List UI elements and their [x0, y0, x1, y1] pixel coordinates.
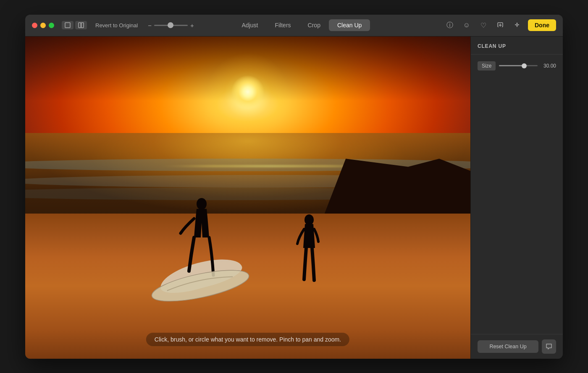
heart-button[interactable]: ♡: [478, 19, 489, 31]
right-panel: CLEAN UP Size 30.00 Reset Clean Up: [470, 37, 563, 359]
size-slider-track: [499, 65, 522, 66]
panel-header: CLEAN UP: [471, 37, 563, 55]
beach-image: Click, brush, or circle what you want to…: [25, 37, 470, 359]
close-button[interactable]: [32, 23, 37, 28]
svg-point-8: [304, 214, 314, 225]
maximize-button[interactable]: [49, 23, 54, 28]
figure-man: [292, 212, 326, 288]
size-slider[interactable]: [499, 65, 538, 66]
traffic-lights: [32, 23, 54, 28]
tab-filters[interactable]: Filters: [266, 19, 299, 31]
panel-footer: Reset Clean Up: [471, 334, 563, 359]
view-split-button[interactable]: [75, 21, 87, 29]
svg-point-5: [197, 198, 207, 210]
minimize-button[interactable]: [40, 23, 46, 28]
titlebar: Revert to Original − + Adjust Filters Cr…: [25, 15, 563, 37]
zoom-slider[interactable]: [154, 25, 188, 26]
zoom-controls: − +: [148, 22, 194, 29]
instruction-text: Click, brush, or circle what you want to…: [146, 333, 349, 346]
zoom-in-button[interactable]: +: [190, 22, 194, 29]
size-value: 30.00: [541, 63, 556, 69]
image-area[interactable]: Click, brush, or circle what you want to…: [25, 37, 470, 359]
share-button[interactable]: [494, 19, 506, 31]
titlebar-right-controls: ⓘ ☺ ♡ Done: [444, 19, 556, 31]
face-button[interactable]: ☺: [461, 19, 472, 31]
svg-rect-2: [81, 23, 84, 28]
view-single-button[interactable]: [62, 21, 74, 29]
svg-rect-1: [79, 23, 81, 28]
reset-cleanup-button[interactable]: Reset Clean Up: [478, 340, 538, 353]
info-button[interactable]: ⓘ: [444, 19, 456, 31]
svg-rect-0: [65, 23, 70, 28]
done-button[interactable]: Done: [528, 19, 556, 31]
revert-button[interactable]: Revert to Original: [92, 21, 141, 30]
size-control: Size 30.00: [478, 61, 556, 70]
window-view-controls: [62, 21, 87, 29]
panel-body: Size 30.00: [471, 55, 563, 334]
sun: [231, 75, 265, 109]
feedback-button[interactable]: [542, 339, 556, 354]
size-label: Size: [478, 61, 496, 70]
main-window: Revert to Original − + Adjust Filters Cr…: [25, 15, 563, 359]
tab-adjust[interactable]: Adjust: [234, 19, 267, 31]
zoom-slider-thumb[interactable]: [168, 22, 173, 28]
zoom-out-button[interactable]: −: [148, 22, 152, 29]
panel-title: CLEAN UP: [478, 43, 556, 49]
tab-cleanup[interactable]: Clean Up: [329, 19, 370, 31]
tab-crop[interactable]: Crop: [299, 19, 329, 31]
main-content: Click, brush, or circle what you want to…: [25, 37, 563, 359]
nav-tabs: Adjust Filters Crop Clean Up: [234, 19, 370, 31]
size-slider-thumb[interactable]: [522, 63, 527, 68]
magic-button[interactable]: [511, 19, 523, 31]
